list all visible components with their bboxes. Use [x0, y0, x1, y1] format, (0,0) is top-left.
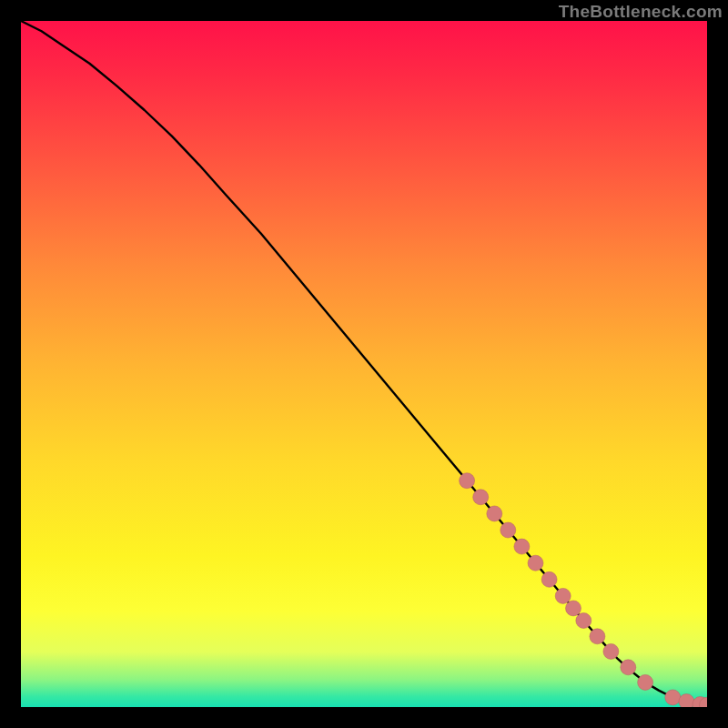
series-curve — [21, 21, 707, 705]
watermark-label: TheBottleneck.com — [559, 2, 723, 22]
dot — [590, 629, 605, 644]
dot — [566, 601, 581, 616]
highlight-dots — [460, 473, 707, 707]
dot — [638, 674, 653, 690]
dot — [460, 473, 475, 489]
plot-area — [21, 21, 707, 707]
dot — [621, 660, 636, 675]
dot — [603, 643, 619, 659]
dot — [665, 690, 681, 705]
chart-container: TheBottleneck.com — [0, 0, 728, 728]
chart-overlay — [21, 21, 707, 707]
dot — [487, 506, 502, 521]
dot — [555, 588, 571, 603]
dot — [541, 571, 557, 587]
dot — [473, 490, 489, 505]
dot — [679, 694, 694, 708]
dot — [500, 522, 516, 538]
dot — [514, 539, 530, 554]
dot — [528, 555, 543, 571]
dot — [576, 613, 592, 629]
